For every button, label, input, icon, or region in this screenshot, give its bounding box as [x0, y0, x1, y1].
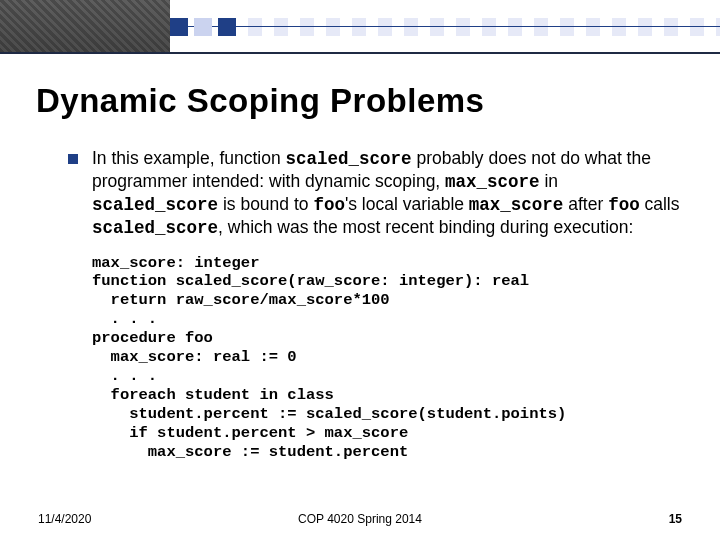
header-grid	[170, 18, 720, 36]
block-icon	[194, 18, 212, 36]
code-inline: scaled_score	[92, 195, 218, 215]
text: 's local variable	[345, 194, 469, 214]
text: calls	[640, 194, 680, 214]
code-inline: foo	[313, 195, 345, 215]
block-icon	[170, 18, 188, 36]
text: In this example, function	[92, 148, 286, 168]
slide-title: Dynamic Scoping Problems	[36, 82, 684, 120]
header-band	[0, 0, 720, 52]
block-icon	[218, 18, 236, 36]
divider	[0, 52, 720, 54]
code-inline: foo	[608, 195, 640, 215]
square-bullet-icon	[68, 154, 78, 164]
text: , which was the most recent binding duri…	[218, 217, 633, 237]
paragraph: In this example, function scaled_score p…	[92, 148, 682, 240]
text: in	[540, 171, 558, 191]
slide: Dynamic Scoping Problems In this example…	[0, 0, 720, 540]
footer-course: COP 4020 Spring 2014	[38, 512, 682, 526]
bullet-item: In this example, function scaled_score p…	[68, 148, 682, 240]
code-inline: scaled_score	[92, 218, 218, 238]
header-blocks	[170, 18, 236, 36]
text: after	[563, 194, 608, 214]
footer: 11/4/2020 COP 4020 Spring 2014 15	[38, 512, 682, 526]
code-inline: max_score	[445, 172, 540, 192]
text: is bound to	[218, 194, 313, 214]
header-photo	[0, 0, 170, 52]
code-inline: scaled_score	[286, 149, 412, 169]
slide-body: In this example, function scaled_score p…	[68, 148, 682, 461]
code-block: max_score: integer function scaled_score…	[92, 254, 682, 462]
code-inline: max_score	[469, 195, 564, 215]
